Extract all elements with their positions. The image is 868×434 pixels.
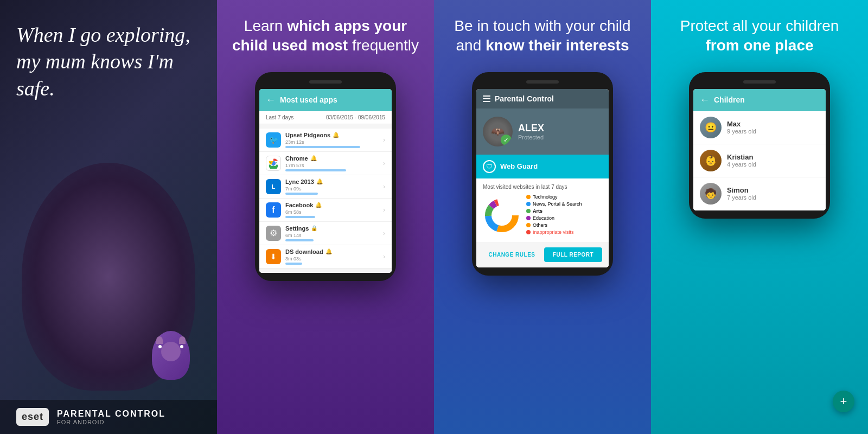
app-info: Lync 2013 🔔 7m 09s [285, 178, 379, 195]
legend-label: Technology [533, 194, 558, 200]
back-arrow-icon[interactable]: ← [266, 94, 276, 106]
usage-bar [285, 193, 318, 195]
phone-screen-children: ← Children 😐 Max 9 years old 👶 Kr [693, 89, 826, 210]
back-arrow-icon[interactable]: ← [700, 94, 710, 106]
app-item[interactable]: ⬇ DS download 🔔 3m 03s › [259, 245, 392, 269]
panel-children: Protect all your children from one place… [651, 0, 868, 434]
panel-parental-control: Be in touch with your child and know the… [434, 0, 651, 434]
profile-status: Protected [518, 134, 602, 141]
chrome-icon [266, 156, 281, 171]
eset-logo-text: eset [22, 411, 43, 423]
child-info: Kristian 4 years old [727, 153, 819, 168]
panel4-heading-bold: from one place [705, 37, 813, 54]
child-avatar: 👶 [700, 150, 722, 171]
app-time: 17m 57s [285, 163, 379, 168]
legend-dot [526, 202, 531, 206]
usage-bar [285, 216, 315, 218]
panel-most-used-apps: Learn which apps your child used most fr… [217, 0, 434, 434]
child-age: 4 years old [727, 161, 819, 168]
donut-chart [483, 196, 521, 234]
usage-bar [285, 169, 346, 171]
change-rules-button[interactable]: CHANGE RULES [483, 247, 541, 262]
child-list-item[interactable]: 🧒 Simon 7 years old [693, 177, 826, 210]
notification-icon: 🔔 [333, 132, 339, 138]
child-avatar: 😐 [700, 117, 722, 138]
app-name: Chrome [285, 155, 308, 162]
child-name: Simon [727, 186, 819, 194]
app-name: Upset Pidgeons [285, 132, 330, 138]
add-child-fab[interactable]: + [833, 391, 854, 412]
app-item[interactable]: L Lync 2013 🔔 7m 09s › [259, 175, 392, 199]
filter-date: 03/06/2015 - 09/06/2015 [326, 114, 385, 120]
action-buttons-row: CHANGE RULES FULL REPORT [476, 242, 609, 267]
facebook-icon: f [266, 202, 281, 218]
control-screen-header: Parental Control [476, 89, 609, 108]
child-list-item[interactable]: 😐 Max 9 years old [693, 111, 826, 144]
phone-mockup-children: ← Children 😐 Max 9 years old 👶 Kr [689, 72, 830, 219]
user-avatar: 🦇 ✓ [483, 117, 513, 146]
legend-item: Inappropriate visits [526, 229, 602, 235]
app-item[interactable]: ⚙ Settings 🔒 6m 14s › [259, 222, 392, 245]
chart-legend: Technology News, Portal & Search Arts [526, 194, 602, 237]
protected-badge: ✓ [501, 135, 512, 145]
legend-label: Others [533, 222, 547, 228]
monster-creature [152, 331, 190, 380]
app-info: Settings 🔒 6m 14s [285, 225, 379, 241]
legend-label: Education [533, 215, 554, 221]
webguard-section[interactable]: 🛡 Web Guard [476, 155, 609, 178]
legend-item: News, Portal & Search [526, 201, 602, 207]
panel-intro: When I go exploring, my mum knows I'm sa… [0, 0, 217, 434]
usage-bar [285, 263, 302, 265]
full-report-button[interactable]: FULL REPORT [544, 247, 602, 262]
legend-label: Arts [533, 208, 542, 214]
donut-svg [483, 196, 521, 234]
child-list-item[interactable]: 👶 Kristian 4 years old [693, 144, 826, 177]
legend-dot [526, 195, 531, 199]
app-item[interactable]: 🐦 Upset Pidgeons 🔔 23m 12s › [259, 129, 392, 152]
intro-heading: When I go exploring, my mum knows I'm sa… [16, 22, 201, 102]
brand-info: PARENTAL CONTROL FOR ANDROID [57, 409, 165, 425]
app-name: DS download [285, 248, 323, 255]
chrome-svg [268, 158, 279, 169]
twitter-icon: 🐦 [266, 132, 281, 148]
phone-speaker [526, 80, 559, 84]
phone-speaker [743, 80, 776, 84]
lock-icon: 🔒 [311, 225, 317, 231]
phone-mockup-apps: ← Most used apps Last 7 days 03/06/2015 … [255, 72, 396, 281]
chevron-icon: › [383, 159, 385, 167]
panel2-heading: Learn which apps your child used most fr… [228, 16, 423, 56]
download-icon: ⬇ [266, 249, 281, 264]
chevron-icon: › [383, 183, 385, 190]
child-name: Kristian [727, 153, 819, 161]
webguard-label: Web Guard [500, 162, 538, 170]
hamburger-line [483, 95, 490, 97]
app-item[interactable]: Chrome 🔔 17m 57s › [259, 152, 392, 175]
chart-row: Technology News, Portal & Search Arts [483, 194, 602, 237]
chevron-icon: › [383, 253, 385, 260]
app-name: Facebook [285, 202, 313, 208]
stats-section: Most visited websites in last 7 days [476, 178, 609, 242]
notification-icon: 🔔 [326, 248, 332, 254]
app-info: Upset Pidgeons 🔔 23m 12s [285, 132, 379, 148]
phone-screen-control: Parental Control 🦇 ✓ ALEX Protected 🛡 We… [476, 89, 609, 267]
hamburger-icon[interactable] [483, 95, 490, 102]
children-list: 😐 Max 9 years old 👶 Kristian 4 years old [693, 111, 826, 210]
hamburger-line [483, 98, 490, 99]
app-time: 6m 58s [285, 209, 379, 215]
phone-mockup-control: Parental Control 🦇 ✓ ALEX Protected 🛡 We… [472, 72, 613, 276]
app-info: Facebook 🔔 6m 58s [285, 202, 379, 218]
app-list: 🐦 Upset Pidgeons 🔔 23m 12s › [259, 124, 392, 273]
app-time: 23m 12s [285, 139, 379, 145]
filter-label[interactable]: Last 7 days [266, 114, 293, 120]
legend-item: Arts [526, 208, 602, 214]
chevron-icon: › [383, 136, 385, 144]
phone-screen-apps: ← Most used apps Last 7 days 03/06/2015 … [259, 89, 392, 273]
usage-bar [285, 146, 360, 148]
app-time: 3m 03s [285, 256, 379, 261]
chevron-icon: › [383, 206, 385, 214]
children-screen-title: Children [714, 95, 745, 104]
panel3-heading: Be in touch with your child and know the… [445, 16, 640, 56]
brand-sub: FOR ANDROID [57, 419, 165, 425]
legend-dot [526, 230, 531, 234]
app-item[interactable]: f Facebook 🔔 6m 58s › [259, 199, 392, 222]
